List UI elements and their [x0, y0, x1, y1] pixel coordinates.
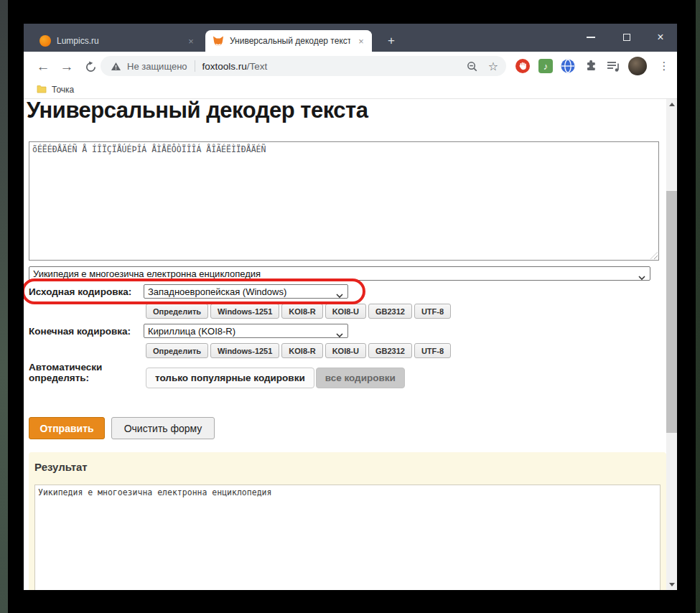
input-textarea-wrap: õÉËÉÐÅÄÉÑ Å ÍÎÏÇÏÅÚÉÞÎÁ ÅÌÅËÔÒÏÎÎÁ ÅÎÃÉË… [29, 141, 659, 261]
result-textarea-wrap: Уикипедия е многоезична електронна енцик… [34, 485, 661, 590]
result-section: Результат Уикипедия е многоезична електр… [29, 452, 666, 590]
desktop-edge-right [696, 0, 700, 613]
page-title: Универсальный декодер текста [27, 99, 368, 123]
tab-title: Универсальный декодер текста [230, 36, 350, 46]
auto-detect-toggles: только популярные кодировки все кодировк… [146, 368, 405, 388]
koi8-r-button[interactable]: KOI8-R [281, 343, 322, 358]
address-bar[interactable]: Не защищено foxtools.ru/Text ☆ [101, 56, 506, 76]
desktop-edge-left [0, 0, 8, 613]
source-encoding-select[interactable]: Западноевропейская (Windows) [144, 284, 348, 299]
source-encoding-label: Исходная кодировка: [29, 286, 131, 297]
auto-detect-label: Автоматически определять: [29, 362, 102, 383]
zoom-out-icon[interactable] [463, 57, 480, 75]
tab-title: Lumpics.ru [57, 36, 180, 46]
tab-strip: Lumpics.ru × Универсальный декодер текст… [24, 24, 677, 52]
windows-1251-button[interactable]: Windows-1251 [210, 304, 279, 319]
result-title: Результат [34, 461, 88, 473]
target-encoding-buttons: Определить Windows-1251 KOI8-R KOI8-U GB… [146, 343, 451, 358]
page-scrollbar[interactable] [666, 99, 677, 590]
input-textarea[interactable]: õÉËÉÐÅÄÉÑ Å ÍÎÏÇÏÅÚÉÞÎÁ ÅÌÅËÔÒÏÎÎÁ ÅÎÃÉË… [29, 142, 658, 260]
forward-icon[interactable]: → [57, 57, 76, 76]
scroll-up-icon[interactable] [666, 99, 677, 110]
bookmark-star-icon[interactable]: ☆ [485, 57, 502, 75]
back-icon[interactable]: ← [34, 57, 52, 76]
chevron-down-icon [336, 329, 343, 338]
browser-menu-icon[interactable]: ⋮ [655, 57, 673, 75]
tab-decoder[interactable]: Универсальный декодер текста × [205, 30, 372, 52]
gb2312-button[interactable]: GB2312 [368, 343, 412, 358]
adblock-extension-icon[interactable] [515, 59, 530, 73]
chevron-down-icon [638, 271, 645, 281]
close-window-button[interactable]: × [650, 27, 671, 48]
lumpics-favicon-icon [39, 35, 51, 47]
windows-1251-button[interactable]: Windows-1251 [210, 343, 279, 358]
reload-icon[interactable] [81, 57, 100, 76]
bookmark-folder-tochka[interactable]: Точка [32, 80, 78, 98]
not-secure-warning-icon[interactable] [111, 62, 121, 71]
globe-extension-icon[interactable] [561, 59, 575, 73]
submit-button[interactable]: Отправить [29, 417, 105, 439]
koi8-r-button[interactable]: KOI8-R [281, 304, 322, 319]
browser-toolbar: ← → Не защищено foxtools.ru/Text ☆ ♪ [24, 52, 677, 80]
tab-lumpics[interactable]: Lumpics.ru × [32, 30, 202, 52]
folder-icon [37, 83, 47, 96]
foxtools-favicon-icon [213, 35, 224, 47]
target-encoding-select[interactable]: Кириллица (KOI8-R) [144, 324, 348, 338]
target-encoding-label: Конечная кодировка: [29, 326, 131, 337]
popular-encodings-button[interactable]: только популярные кодировки [146, 368, 314, 388]
url-text[interactable]: foxtools.ru/Text [202, 61, 268, 72]
address-divider [195, 60, 195, 72]
playlist-extension-icon[interactable] [607, 59, 621, 73]
scrollbar-thumb[interactable] [666, 191, 677, 433]
preview-select[interactable]: Уикипедия е многоезична електронна енцик… [29, 266, 650, 281]
gb2312-button[interactable]: GB2312 [368, 304, 412, 319]
extensions-puzzle-icon[interactable] [584, 59, 598, 73]
profile-avatar[interactable] [628, 57, 647, 75]
koi8-u-button[interactable]: KOI8-U [325, 343, 366, 358]
source-encoding-buttons: Определить Windows-1251 KOI8-R KOI8-U GB… [146, 304, 451, 319]
koi8-u-button[interactable]: KOI8-U [325, 304, 366, 319]
all-encodings-button[interactable]: все кодировки [316, 368, 405, 388]
utf-8-button[interactable]: UTF-8 [414, 304, 451, 319]
chevron-down-icon [336, 289, 343, 299]
security-status[interactable]: Не защищено [127, 61, 187, 72]
scroll-down-icon[interactable] [666, 579, 677, 590]
result-textarea[interactable]: Уикипедия е многоезична електронна енцик… [35, 485, 660, 590]
new-tab-button[interactable]: + [383, 32, 400, 50]
utf-8-button[interactable]: UTF-8 [414, 343, 451, 358]
music-extension-icon[interactable]: ♪ [538, 59, 553, 73]
minimize-button[interactable] [580, 27, 602, 48]
detect-button[interactable]: Определить [146, 343, 208, 358]
maximize-button[interactable] [616, 27, 638, 48]
bookmark-label: Точка [52, 85, 74, 95]
detect-button[interactable]: Определить [146, 304, 208, 319]
page-content: Универсальный декодер текста õÉËÉÐÅÄÉÑ Å… [24, 99, 677, 590]
browser-window: Lumpics.ru × Универсальный декодер текст… [24, 24, 677, 590]
clear-form-button[interactable]: Очистить форму [111, 417, 215, 439]
bookmarks-bar: Точка [24, 80, 677, 99]
